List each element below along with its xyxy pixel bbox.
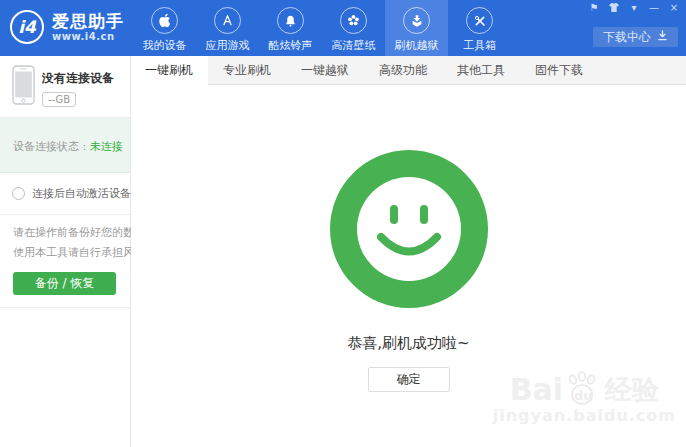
flash-jailbreak-icon [403,7,430,34]
connection-status-label: 设备连接状态 : [13,140,90,153]
backup-restore-button[interactable]: 备份 / 恢复 [13,272,116,295]
connection-status-value: 未连接 [90,140,123,153]
paw-icon: du [564,370,600,406]
i4-assistant-window: i4 爱思助手 www.i4.cn 我的设备 [0,0,686,447]
nav-label: 应用游戏 [206,38,250,53]
bell-icon [277,7,304,34]
flash-tabbar: 一键刷机 专业刷机 一键越狱 高级功能 其他工具 固件下载 [130,56,686,85]
minimize-icon[interactable]: — [648,1,660,14]
watermark-brand-suffix: du [574,388,593,403]
watermark-brand-prefix: Bai [510,374,563,406]
watermark-domain: jingyan.baidu.com [493,406,676,425]
appstore-icon [214,7,241,34]
window-controls: ⚑ ▾ — × [588,1,680,14]
device-sidebar: 没有连接设备 --GB 设备连接状态 : 未连接 连接后自动激活设备 请在操作前… [0,56,131,447]
apple-icon [151,7,178,34]
app-url: www.i4.cn [52,31,124,42]
app-header: i4 爱思助手 www.i4.cn 我的设备 [0,0,686,56]
nav-label: 酷炫铃声 [269,38,313,53]
auto-activate-radio[interactable] [12,187,25,200]
device-capacity-badge: --GB [42,92,76,107]
nav-item-my-device[interactable]: 我的设备 [133,0,196,56]
tab-one-click-flash[interactable]: 一键刷机 [130,56,208,85]
i4-logo-icon: i4 [10,10,44,44]
nav-label: 刷机越狱 [395,38,439,53]
toolbox-icon [466,7,493,34]
backup-warning-section: 请在操作前备份好您的数据 使用本工具请自行承担风险 备份 / 恢复 [0,215,130,308]
nav-item-apps-games[interactable]: 应用游戏 [196,0,259,56]
baidu-jingyan-watermark: Bai du 经验 jingyan.baidu.com [493,370,676,425]
feedback-flag-icon[interactable]: ⚑ [588,1,600,14]
tab-firmware-download[interactable]: 固件下载 [520,56,598,85]
success-message: 恭喜,刷机成功啦~ [131,334,686,353]
tab-one-click-jailbreak[interactable]: 一键越狱 [286,56,364,85]
auto-activate-option[interactable]: 连接后自动激活设备 [0,173,130,215]
app-logo[interactable]: i4 爱思助手 www.i4.cn [10,10,124,44]
nav-item-flash-jailbreak[interactable]: 刷机越狱 [385,0,448,56]
iphone-icon [12,65,35,108]
flash-result-panel: 恭喜,刷机成功啦~ 确定 Bai du 经验 [131,85,686,447]
close-icon[interactable]: × [668,1,680,14]
tab-pro-flash[interactable]: 专业刷机 [208,56,286,85]
wallpaper-flower-icon [340,7,367,34]
warning-line-1: 请在操作前备份好您的数据 [13,223,130,243]
download-arrow-icon [657,30,668,44]
nav-label: 工具箱 [463,38,496,53]
connection-status-section: 设备连接状态 : 未连接 [0,118,130,173]
nav-item-wallpapers[interactable]: 高清壁纸 [322,0,385,56]
nav-item-toolbox[interactable]: 工具箱 [448,0,511,56]
tab-other-tools[interactable]: 其他工具 [442,56,520,85]
download-center-button[interactable]: 下载中心 [593,27,678,47]
nav-label: 高清壁纸 [332,38,376,53]
success-smiley-icon [329,149,489,312]
skin-shirt-icon[interactable] [608,1,620,14]
device-section: 没有连接设备 --GB [0,56,130,118]
warning-line-2: 使用本工具请自行承担风险 [13,243,130,263]
tab-advanced-features[interactable]: 高级功能 [364,56,442,85]
auto-activate-label: 连接后自动激活设备 [32,186,131,201]
nav-label: 我的设备 [143,38,187,53]
menu-chevron-icon[interactable]: ▾ [628,1,640,14]
main-nav: 我的设备 应用游戏 酷炫铃声 [133,0,511,56]
download-center-label: 下载中心 [603,29,651,46]
device-name: 没有连接设备 [42,70,114,87]
watermark-brand-cn: 经验 [605,374,659,406]
app-title: 爱思助手 [52,12,124,31]
confirm-button[interactable]: 确定 [368,367,450,392]
nav-item-ringtones[interactable]: 酷炫铃声 [259,0,322,56]
